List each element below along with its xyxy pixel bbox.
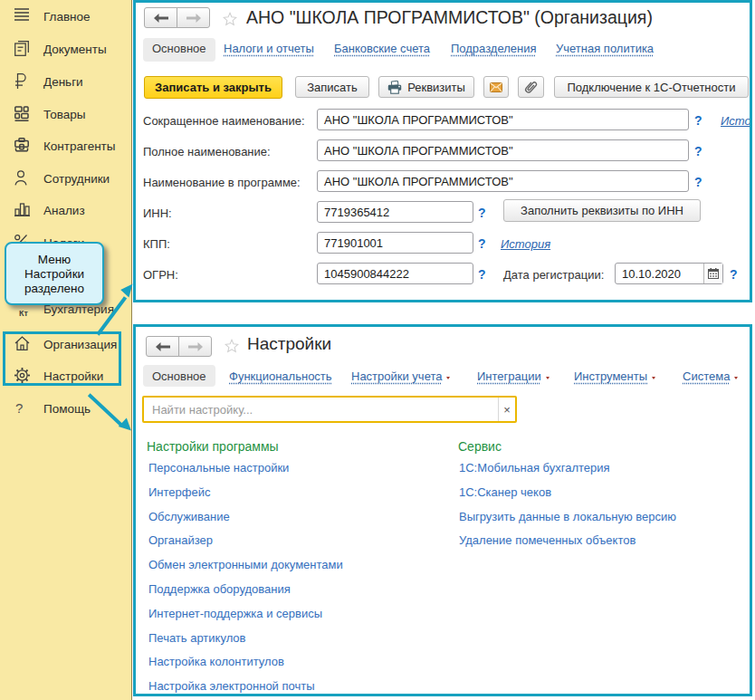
svg-text:Кт: Кт	[19, 309, 28, 317]
svg-text:?: ?	[15, 400, 23, 416]
